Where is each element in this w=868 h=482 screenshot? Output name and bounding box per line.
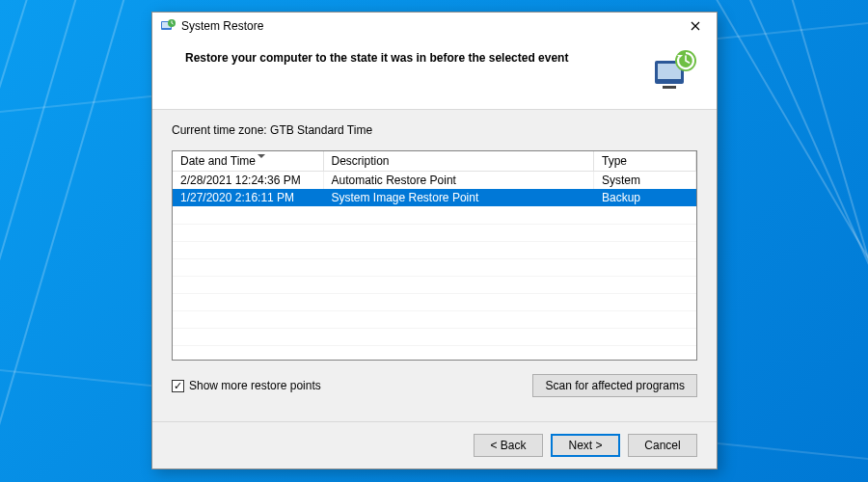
svg-rect-13 bbox=[663, 86, 676, 89]
svg-line-5 bbox=[0, 0, 135, 482]
cell-type: Backup bbox=[594, 189, 696, 206]
cell-description: Automatic Restore Point bbox=[323, 172, 594, 190]
svg-line-3 bbox=[0, 0, 39, 482]
scan-affected-button[interactable]: Scan for affected programs bbox=[532, 374, 697, 397]
cancel-button[interactable]: Cancel bbox=[628, 434, 697, 457]
header-text: Restore your computer to the state it wa… bbox=[185, 47, 639, 65]
svg-line-0 bbox=[733, 0, 868, 482]
cell-type: System bbox=[594, 172, 696, 190]
close-button[interactable] bbox=[674, 13, 717, 40]
restore-points-table: Date and Time Description Type 2/28/2021… bbox=[172, 150, 697, 361]
column-header-type[interactable]: Type bbox=[594, 151, 696, 172]
close-icon bbox=[691, 21, 700, 31]
next-button[interactable]: Next > bbox=[551, 434, 620, 457]
system-restore-icon bbox=[160, 18, 176, 34]
system-restore-dialog: System Restore Restore your computer to … bbox=[151, 12, 718, 469]
table-header-row: Date and Time Description Type bbox=[173, 151, 696, 172]
cell-date: 1/27/2020 2:16:11 PM bbox=[173, 189, 323, 206]
svg-line-1 bbox=[781, 0, 868, 482]
svg-line-4 bbox=[0, 0, 87, 482]
header: Restore your computer to the state it wa… bbox=[152, 40, 717, 109]
table-row[interactable]: 2/28/2021 12:24:36 PM Automatic Restore … bbox=[173, 172, 696, 190]
back-button[interactable]: < Back bbox=[474, 434, 543, 457]
show-more-checkbox[interactable]: ✓ Show more restore points bbox=[172, 379, 321, 392]
column-header-description[interactable]: Description bbox=[323, 151, 594, 172]
wizard-footer: < Back Next > Cancel bbox=[152, 422, 717, 469]
cell-date: 2/28/2021 12:24:36 PM bbox=[173, 172, 323, 190]
cell-description: System Image Restore Point bbox=[323, 189, 594, 206]
table-row[interactable]: 1/27/2020 2:16:11 PM System Image Restor… bbox=[173, 189, 696, 206]
timezone-label: Current time zone: GTB Standard Time bbox=[172, 123, 697, 137]
checkbox-icon: ✓ bbox=[172, 380, 184, 392]
checkbox-label: Show more restore points bbox=[189, 379, 321, 392]
titlebar-title: System Restore bbox=[181, 19, 263, 33]
restore-header-icon bbox=[651, 47, 697, 94]
svg-line-2 bbox=[694, 0, 868, 482]
titlebar: System Restore bbox=[152, 13, 717, 40]
content-area: Current time zone: GTB Standard Time Dat… bbox=[152, 110, 717, 421]
column-header-date[interactable]: Date and Time bbox=[173, 151, 323, 172]
